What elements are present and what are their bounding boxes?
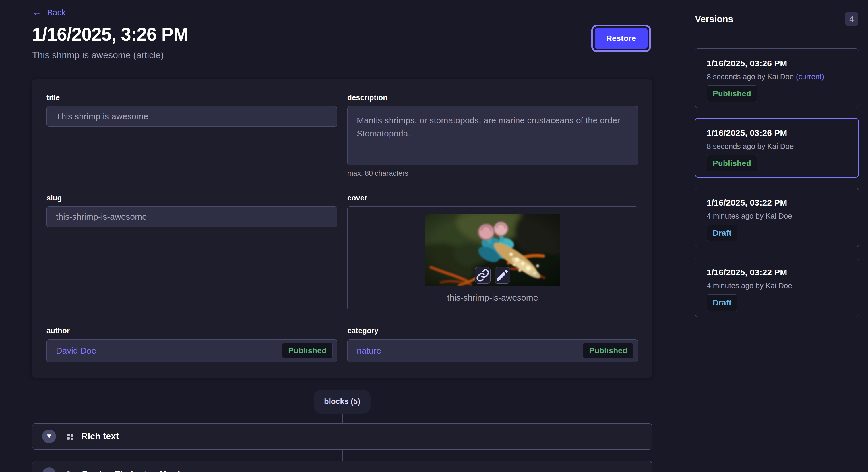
- field-description: description Mantis shrimps, or stomatopo…: [347, 93, 638, 177]
- versions-title: Versions: [695, 14, 733, 24]
- version-current-label: (current): [796, 72, 824, 81]
- edit-button[interactable]: [495, 267, 510, 283]
- versions-count-badge: 4: [845, 12, 858, 26]
- cover-label: cover: [347, 194, 638, 202]
- block-accordion-quote[interactable]: ▼ Quote - Thelonius Monk: [32, 461, 652, 472]
- author-link[interactable]: David Doe: [56, 346, 96, 356]
- block-title: Quote - Thelonius Monk: [81, 469, 183, 472]
- description-label: description: [347, 93, 638, 102]
- category-label: category: [347, 326, 638, 335]
- versions-list: 1/16/2025, 03:26 PM 8 seconds ago by Kai…: [688, 38, 868, 334]
- slug-label: slug: [46, 194, 337, 202]
- version-card-selected[interactable]: 1/16/2025, 03:26 PM 8 seconds ago by Kai…: [695, 118, 859, 177]
- back-link[interactable]: ← Back: [32, 7, 65, 18]
- version-meta: 4 minutes ago by Kai Doe: [707, 212, 847, 221]
- version-meta-text: 8 seconds ago by Kai Doe: [707, 142, 794, 150]
- cover-media: [425, 214, 560, 286]
- versions-header: Versions 4: [688, 0, 868, 38]
- fields-card: title This shrimp is awesome description…: [32, 79, 652, 378]
- version-meta: 8 seconds ago by Kai Doe (current): [707, 72, 847, 81]
- version-date: 1/16/2025, 03:26 PM: [707, 128, 847, 138]
- cover-actions: [475, 267, 510, 283]
- expand-block-button[interactable]: ▼: [42, 467, 56, 472]
- version-meta-text: 8 seconds ago by Kai Doe: [707, 72, 794, 81]
- version-status-badge: Draft: [707, 295, 737, 311]
- slug-value: this-shrimp-is-awesome: [56, 212, 147, 222]
- version-meta: 4 minutes ago by Kai Doe: [707, 281, 847, 290]
- blocks-pill-row: blocks (5): [32, 378, 652, 413]
- title-label: title: [46, 93, 337, 102]
- blocks-pill: blocks (5): [314, 390, 371, 413]
- block-title: Rich text: [81, 431, 119, 442]
- arrow-left-icon: ←: [32, 7, 42, 17]
- field-cover: cover: [347, 194, 638, 310]
- version-date: 1/16/2025, 03:22 PM: [707, 198, 847, 208]
- version-date: 1/16/2025, 03:22 PM: [707, 268, 847, 277]
- pencil-icon: [495, 267, 510, 283]
- link-icon: [475, 267, 490, 283]
- fields-grid: title This shrimp is awesome description…: [46, 93, 638, 362]
- version-card[interactable]: 1/16/2025, 03:22 PM 4 minutes ago by Kai…: [695, 258, 859, 317]
- cover-carousel: this-shrimp-is-awesome: [347, 206, 638, 310]
- field-title: title This shrimp is awesome: [46, 93, 337, 127]
- author-status-badge: Published: [282, 343, 333, 359]
- versions-sidebar: Versions 4 1/16/2025, 03:26 PM 8 seconds…: [688, 0, 868, 472]
- category-relation: nature Published: [347, 339, 638, 362]
- chevron-down-icon: ▼: [45, 471, 53, 472]
- version-meta-text: 4 minutes ago by Kai Doe: [707, 212, 792, 220]
- version-status-badge: Draft: [707, 225, 737, 241]
- page-header-titles: 1/16/2025, 3:26 PM This shrimp is awesom…: [32, 24, 188, 61]
- back-label: Back: [47, 8, 65, 18]
- field-category: category nature Published: [347, 326, 638, 362]
- blocks-connector: [342, 413, 343, 423]
- description-hint: max. 80 characters: [347, 169, 638, 177]
- description-textarea[interactable]: Mantis shrimps, or stomatopods, are mari…: [347, 106, 638, 165]
- drag-grid-icon: [66, 470, 74, 472]
- copy-link-button[interactable]: [475, 267, 491, 283]
- drag-grid-icon: [66, 432, 74, 440]
- block-accordion-rich-text[interactable]: ▼ Rich text: [32, 423, 652, 450]
- version-card[interactable]: 1/16/2025, 03:22 PM 4 minutes ago by Kai…: [695, 188, 859, 247]
- category-link[interactable]: nature: [357, 346, 381, 356]
- restore-button[interactable]: Restore: [595, 28, 648, 49]
- page-title: 1/16/2025, 3:26 PM: [32, 24, 188, 45]
- version-status-badge: Published: [707, 86, 757, 102]
- version-meta-text: 4 minutes ago by Kai Doe: [707, 281, 792, 290]
- version-meta: 8 seconds ago by Kai Doe: [707, 142, 847, 151]
- blocks-connector: [342, 450, 343, 461]
- history-page: ← Back 1/16/2025, 3:26 PM This shrimp is…: [0, 0, 868, 472]
- page-subtitle: This shrimp is awesome (article): [32, 50, 188, 61]
- author-relation: David Doe Published: [46, 339, 337, 362]
- cover-caption: this-shrimp-is-awesome: [447, 293, 538, 303]
- expand-block-button[interactable]: ▼: [42, 430, 56, 443]
- chevron-down-icon: ▼: [45, 433, 53, 440]
- main-panel: ← Back 1/16/2025, 3:26 PM This shrimp is…: [0, 0, 688, 472]
- version-card[interactable]: 1/16/2025, 03:26 PM 8 seconds ago by Kai…: [695, 48, 859, 108]
- version-status-badge: Published: [707, 155, 757, 171]
- field-slug: slug this-shrimp-is-awesome: [46, 194, 337, 227]
- field-author: author David Doe Published: [46, 326, 337, 362]
- description-value: Mantis shrimps, or stomatopods, are mari…: [357, 114, 628, 140]
- page-header: 1/16/2025, 3:26 PM This shrimp is awesom…: [32, 24, 652, 61]
- slug-input[interactable]: this-shrimp-is-awesome: [46, 206, 337, 227]
- author-label: author: [46, 326, 337, 335]
- title-value: This shrimp is awesome: [56, 111, 148, 121]
- category-status-badge: Published: [583, 343, 633, 359]
- title-input[interactable]: This shrimp is awesome: [46, 106, 337, 127]
- version-date: 1/16/2025, 03:26 PM: [707, 59, 847, 68]
